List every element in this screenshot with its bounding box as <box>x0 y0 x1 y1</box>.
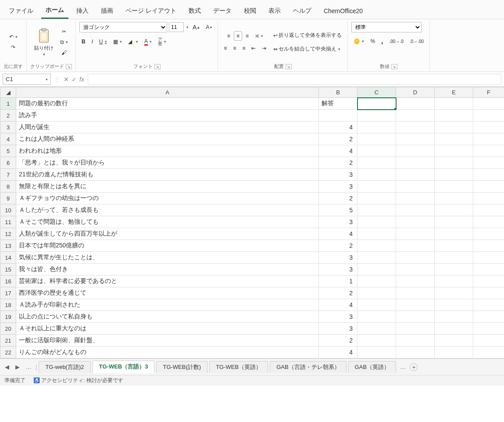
tab-pagelayout[interactable]: ページ レイアウト <box>121 4 181 18</box>
cell[interactable]: 2 <box>319 335 357 347</box>
cell[interactable] <box>357 204 396 216</box>
align-left-button[interactable]: ≡ <box>222 44 229 53</box>
row-header[interactable]: 21 <box>0 335 16 347</box>
row-header[interactable]: 5 <box>0 145 16 157</box>
sheet-nav-more[interactable]: … <box>24 363 34 371</box>
cell[interactable]: 2 <box>319 287 357 299</box>
cell[interactable] <box>473 335 504 347</box>
cell[interactable]: 読み手 <box>16 110 319 122</box>
cell[interactable] <box>473 157 504 169</box>
cell[interactable] <box>473 347 504 358</box>
cell[interactable] <box>473 240 504 252</box>
cell[interactable] <box>357 323 396 335</box>
row-header[interactable]: 3 <box>0 122 16 133</box>
cell[interactable] <box>435 264 473 275</box>
add-sheet-button[interactable]: ＋ <box>410 363 418 371</box>
fill-color-button[interactable]: ◢ ▾ <box>126 37 140 47</box>
cell[interactable] <box>435 122 473 133</box>
cell[interactable]: 2 <box>319 133 357 145</box>
cell[interactable] <box>396 169 435 181</box>
cell[interactable] <box>357 169 396 181</box>
copy-button[interactable]: ⧉▾ <box>58 38 70 46</box>
number-format-select[interactable]: 標準 <box>351 22 422 32</box>
sheet-nav-prev[interactable]: ◀ <box>3 363 11 371</box>
cell[interactable] <box>396 275 435 287</box>
row-header[interactable]: 12 <box>0 228 16 240</box>
row-header[interactable]: 20 <box>0 323 16 335</box>
cell[interactable] <box>473 204 504 216</box>
font-size-input[interactable] <box>169 22 184 32</box>
cell[interactable] <box>357 216 396 228</box>
wrap-text-button[interactable]: ↩折り返して全体を表示する <box>271 30 344 40</box>
cell[interactable]: Ａそこで問題は、勉強しても <box>16 216 319 228</box>
cell[interactable] <box>473 145 504 157</box>
cell[interactable] <box>435 228 473 240</box>
cell[interactable] <box>396 98 435 110</box>
cell[interactable] <box>357 311 396 323</box>
cell[interactable] <box>473 181 504 193</box>
cell[interactable] <box>473 287 504 299</box>
tab-data[interactable]: データ <box>209 4 236 18</box>
cell[interactable] <box>357 157 396 169</box>
redo-button[interactable]: ↷ <box>9 43 18 52</box>
cell[interactable] <box>435 133 473 145</box>
cell[interactable] <box>357 252 396 264</box>
cell[interactable] <box>357 181 396 193</box>
cell[interactable] <box>357 193 396 204</box>
row-header[interactable]: 4 <box>0 133 16 145</box>
cell[interactable]: Ａギフチョウの幼虫は一つの <box>16 193 319 204</box>
borders-button[interactable]: ▦▾ <box>111 37 124 46</box>
cell[interactable] <box>473 299 504 311</box>
name-box[interactable]: C1▾ <box>3 74 51 85</box>
formula-input[interactable] <box>88 74 501 85</box>
cell[interactable]: 以上の点について私自身も <box>16 311 319 323</box>
cell[interactable] <box>357 110 396 122</box>
tab-view[interactable]: 表示 <box>264 4 285 18</box>
row-header[interactable]: 10 <box>0 204 16 216</box>
tab-chemoffice[interactable]: ChemOffice20 <box>319 4 367 18</box>
cell[interactable]: 4 <box>319 145 357 157</box>
col-D[interactable]: D <box>396 87 435 98</box>
cell[interactable] <box>357 228 396 240</box>
cell[interactable]: 3 <box>319 216 357 228</box>
cell[interactable] <box>396 311 435 323</box>
tab-formulas[interactable]: 数式 <box>184 4 205 18</box>
cell[interactable]: 2 <box>319 157 357 169</box>
cell[interactable]: 問題の最初の数行 <box>16 98 319 110</box>
cell[interactable] <box>396 228 435 240</box>
row-header[interactable]: 11 <box>0 216 16 228</box>
cell[interactable]: 西洋医学の歴史を通じて <box>16 287 319 299</box>
cell[interactable]: 3 <box>319 169 357 181</box>
row-header[interactable]: 19 <box>0 311 16 323</box>
cell[interactable]: 21世紀の進んだ情報技術も <box>16 169 319 181</box>
row-header[interactable]: 15 <box>0 264 16 275</box>
cell[interactable]: 3 <box>319 264 357 275</box>
cell[interactable] <box>435 335 473 347</box>
cell[interactable] <box>357 264 396 275</box>
cell[interactable]: Ａしたがって、若さも成長も <box>16 204 319 216</box>
comma-button[interactable]: , <box>379 36 385 46</box>
row-header[interactable]: 13 <box>0 240 16 252</box>
tab-help[interactable]: ヘルプ <box>289 4 316 18</box>
cell[interactable] <box>396 133 435 145</box>
row-header[interactable]: 22 <box>0 347 16 358</box>
cell[interactable]: 気候に異常が生じたことは、 <box>16 252 319 264</box>
bold-button[interactable]: B <box>79 37 88 46</box>
row-header[interactable]: 17 <box>0 287 16 299</box>
align-right-button[interactable]: ≡ <box>240 44 247 53</box>
undo-button[interactable]: ↶▾ <box>7 32 20 41</box>
orientation-button[interactable]: ⤭▾ <box>253 32 265 40</box>
sheet-tab-overflow[interactable]: … <box>398 363 408 371</box>
cell[interactable] <box>357 98 396 110</box>
cell[interactable]: 4 <box>319 122 357 133</box>
cell[interactable]: 人間が誕生 <box>16 122 319 133</box>
cell[interactable] <box>435 157 473 169</box>
cell[interactable] <box>319 110 357 122</box>
cell[interactable] <box>435 216 473 228</box>
cell[interactable] <box>473 275 504 287</box>
cell[interactable] <box>396 157 435 169</box>
row-header[interactable]: 8 <box>0 181 16 193</box>
cell[interactable] <box>473 311 504 323</box>
cell[interactable]: Ａ読み手が印刷された <box>16 299 319 311</box>
cell[interactable] <box>473 323 504 335</box>
